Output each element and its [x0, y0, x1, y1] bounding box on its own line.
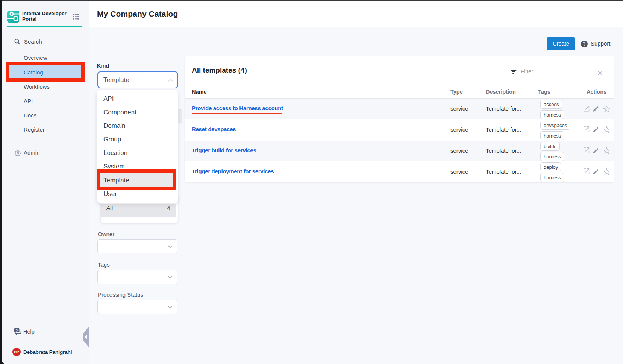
svg-text:?: ? [16, 329, 18, 332]
